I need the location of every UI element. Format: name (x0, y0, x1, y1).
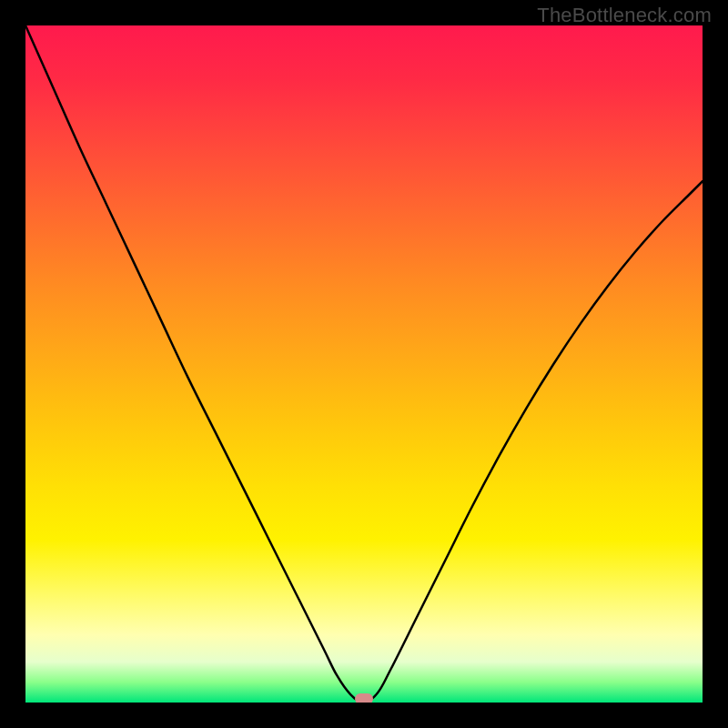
bottleneck-curve (25, 25, 703, 703)
chart-frame: TheBottleneck.com (0, 0, 728, 728)
plot-area (25, 25, 703, 703)
optimum-marker (355, 693, 373, 703)
watermark-text: TheBottleneck.com (537, 4, 712, 27)
